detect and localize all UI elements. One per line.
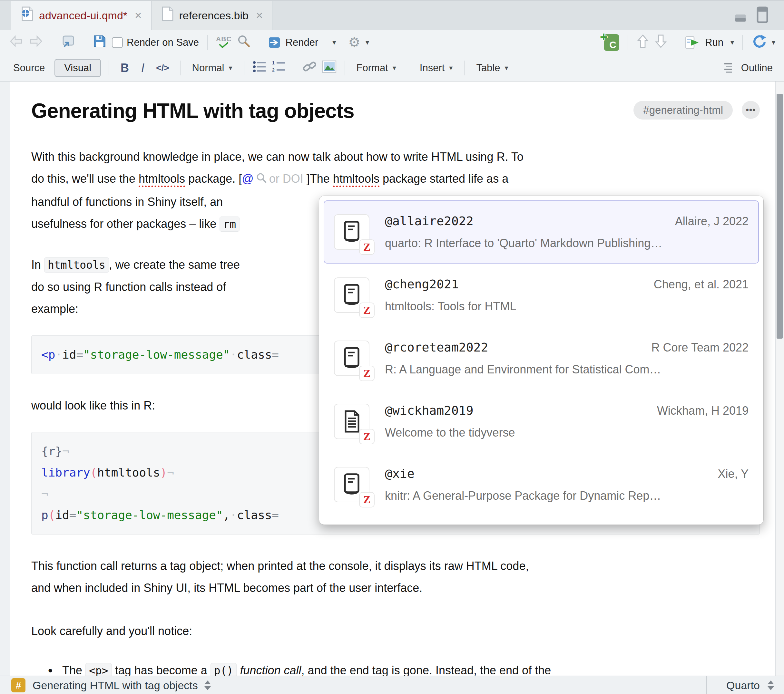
paragraph-5: Look carefully and you'll notice: — [31, 620, 775, 642]
citation-placeholder: or DOI — [269, 172, 303, 185]
citation-author: Cheng, et al. 2021 — [654, 278, 749, 291]
rstudio-editor-pane: advanced-ui.qmd* ✕ references.bib ✕ — [0, 0, 784, 694]
citation-title: knitr: A General-Purpose Package for Dyn… — [385, 489, 749, 503]
render-on-save-checkbox[interactable] — [112, 37, 123, 48]
citation-title: htmltools: Tools for HTML — [385, 299, 749, 313]
citation-at-token: @ — [242, 172, 254, 185]
citation-author: Allaire, J 2022 — [675, 215, 749, 228]
render-dropdown-icon[interactable]: ▾ — [333, 38, 336, 47]
citation-item[interactable]: Z @wickham2019Wickham, H 2019 Welcome to… — [324, 390, 759, 453]
vertical-scrollbar[interactable] — [775, 82, 784, 676]
outline-toggle[interactable]: Outline — [724, 62, 773, 74]
save-icon[interactable] — [92, 34, 107, 51]
spellcheck-icon[interactable]: ABC — [216, 35, 232, 48]
svg-text:2: 2 — [272, 67, 275, 72]
visual-mode-button[interactable]: Visual — [54, 59, 101, 77]
render-on-save-toggle[interactable]: Render on Save — [112, 37, 199, 48]
section-updown-icon[interactable] — [204, 681, 211, 690]
mode-updown-icon — [768, 681, 774, 690]
paragraph-4: This function call returns a tag object;… — [31, 555, 775, 599]
citation-completion-popup: Z @allaire2022Allaire, J 2022 quarto: R … — [319, 196, 764, 525]
section-navigator[interactable]: Generating HTML with tag objects — [33, 679, 198, 692]
scrollbar-thumb[interactable] — [777, 94, 783, 339]
book-icon: Z — [334, 340, 369, 376]
chevron-down-icon: ▾ — [504, 64, 508, 72]
run-next-icon[interactable] — [654, 34, 667, 51]
run-dropdown-icon[interactable]: ▾ — [730, 38, 734, 47]
citation-item[interactable]: Z @cheng2021Cheng, et al. 2021 htmltools… — [324, 263, 759, 327]
zotero-icon: Z — [359, 429, 375, 444]
search-icon — [255, 169, 267, 191]
code-button[interactable]: </> — [153, 63, 172, 73]
table-menu[interactable]: Table ▾ — [472, 62, 512, 74]
tab-references-bib[interactable]: references.bib ✕ — [152, 1, 273, 30]
render-button[interactable]: Render — [268, 36, 318, 49]
popout-window-icon[interactable] — [61, 34, 76, 51]
gear-icon[interactable]: ⚙ — [348, 36, 361, 49]
run-button[interactable]: Run ▾ — [684, 35, 734, 50]
citation-id: @xie — [385, 467, 415, 481]
citation-id: @cheng2021 — [385, 277, 459, 291]
format-toolbar: Source Visual B I </> Normal ▾ 12 Format… — [0, 55, 784, 82]
settings-dropdown-icon[interactable]: ▾ — [366, 38, 369, 47]
link-icon[interactable] — [302, 59, 317, 77]
citation-author: Xie, Y — [718, 467, 749, 481]
editor-gutter — [0, 82, 10, 676]
italic-button[interactable]: I — [137, 61, 148, 75]
maximize-icon[interactable] — [755, 6, 769, 25]
citation-id: @wickham2019 — [385, 403, 474, 418]
render-on-save-label: Render on Save — [127, 37, 199, 48]
citation-title: R: A Language and Environment for Statis… — [385, 363, 749, 376]
main-toolbar: Render on Save ABC Render ▾ ⚙ ▾ + C — [0, 30, 784, 55]
book-icon: Z — [334, 277, 369, 313]
list-item: • The <p> tag has become a p() function … — [31, 659, 775, 676]
book-icon: Z — [334, 214, 369, 250]
source-mode-button[interactable]: Source — [11, 62, 50, 74]
bullet-list-icon[interactable] — [252, 60, 267, 76]
citation-title: quarto: R Interface to 'Quarto' Markdown… — [385, 237, 749, 250]
run-label: Run — [705, 37, 723, 48]
zotero-icon: Z — [359, 366, 375, 381]
window-controls — [734, 6, 769, 25]
minimize-icon[interactable] — [734, 9, 749, 25]
zotero-icon: Z — [359, 239, 375, 255]
document-mode-selector[interactable]: Quarto — [706, 676, 784, 694]
heading-level-icon: # — [11, 678, 25, 692]
run-previous-icon[interactable] — [636, 34, 649, 51]
forward-icon[interactable] — [29, 35, 43, 51]
misspelled-word: htmltools — [333, 172, 379, 187]
insert-chunk-icon[interactable]: + C — [604, 34, 619, 51]
search-icon[interactable] — [237, 35, 250, 51]
svg-text:1: 1 — [272, 60, 275, 66]
book-icon: Z — [334, 467, 369, 502]
citation-item[interactable]: Z @rcoreteam2022R Core Team 2022 R: A La… — [324, 327, 759, 390]
bold-button[interactable]: B — [117, 61, 133, 75]
source-refresh-icon[interactable] — [751, 34, 767, 51]
editor-content: Generating HTML with tag objects #genera… — [0, 82, 784, 676]
render-label: Render — [286, 37, 318, 48]
close-icon[interactable]: ✕ — [134, 10, 142, 21]
paragraph-style-dropdown[interactable]: Normal ▾ — [188, 62, 236, 74]
citation-author: Wickham, H 2019 — [657, 404, 749, 418]
citation-item[interactable]: Z @xieXie, Y knitr: A General-Purpose Pa… — [324, 453, 759, 516]
image-icon[interactable] — [321, 60, 337, 76]
insert-menu[interactable]: Insert ▾ — [416, 62, 457, 74]
section-id-badge: #generating-html — [634, 101, 733, 120]
citation-item[interactable]: Z @allaire2022Allaire, J 2022 quarto: R … — [324, 201, 759, 263]
inline-code: rm — [219, 217, 239, 232]
page-title: Generating HTML with tag objects — [31, 99, 634, 123]
refresh-dropdown-icon[interactable]: ▾ — [772, 38, 775, 47]
section-menu-button[interactable]: ••• — [742, 101, 760, 119]
numbered-list-icon[interactable]: 12 — [272, 60, 286, 76]
close-icon[interactable]: ✕ — [255, 10, 263, 21]
tab-bar: advanced-ui.qmd* ✕ references.bib ✕ — [0, 0, 784, 30]
citation-author: R Core Team 2022 — [652, 341, 749, 354]
chevron-down-icon: ▾ — [449, 64, 453, 72]
tab-advanced-ui-qmd[interactable]: advanced-ui.qmd* ✕ — [11, 1, 152, 30]
back-icon[interactable] — [9, 35, 23, 51]
format-menu[interactable]: Format ▾ — [352, 62, 400, 74]
quarto-file-icon — [20, 6, 34, 25]
tab-label: references.bib — [179, 9, 249, 22]
file-icon — [161, 6, 174, 25]
zotero-icon: Z — [359, 492, 375, 507]
